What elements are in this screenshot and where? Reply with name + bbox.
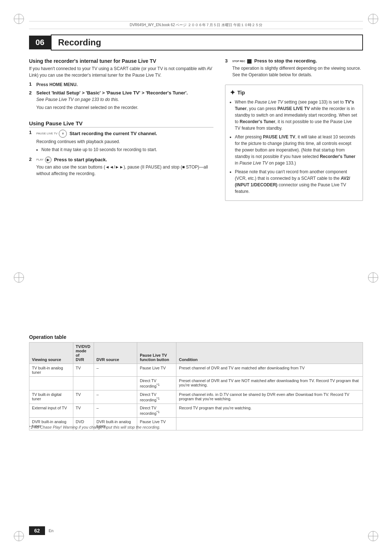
reg-mark-br xyxy=(368,531,378,541)
cell-viewing-source: TV built-in digital tuner xyxy=(29,390,73,404)
tip-item-3: Please note that you can't record from a… xyxy=(235,169,358,195)
file-info: DVR645H_WY_EN.book 62 ページ ２００６年７月５日 水曜日 … xyxy=(29,21,363,29)
table-row: External input of TV TV – Direct TV reco… xyxy=(29,404,363,418)
cell-condition xyxy=(176,417,363,430)
section1-body: If you haven't connected to your TV usin… xyxy=(29,65,213,78)
page-number: 62 xyxy=(29,526,45,535)
pause-step1-number: 1 xyxy=(29,130,34,135)
cell-tv-dvd xyxy=(73,377,94,390)
tip-item-2: After pressing PAUSE LIVE TV, it will ta… xyxy=(235,134,358,166)
cell-tv-dvd: TV xyxy=(73,404,94,418)
section-pause-live-tv: Using Pause Live TV 1 PAUSE LIVE TV ⏸ St… xyxy=(29,117,213,179)
step2-body2: You can record the channel selected on t… xyxy=(36,104,213,111)
section-internal-tuner: Using the recorder's internal tuner for … xyxy=(29,58,213,113)
step1: 1 Press HOME MENU. xyxy=(29,81,213,88)
cell-tv-dvd: TV xyxy=(73,390,94,404)
step3-heading: Press to stop the recording. xyxy=(254,58,317,64)
col-tv-dvd: TV/DVDmode ofDVR xyxy=(73,343,94,364)
cell-pause-live: Direct TV recording*1 xyxy=(137,390,176,404)
step2-number: 2 xyxy=(29,90,34,96)
col-viewing-source: Viewing source xyxy=(29,343,73,364)
step2: 2 Select 'Initial Setup' > 'Basic' > 'Pa… xyxy=(29,90,213,111)
table-row: TV built-in digital tuner TV – Direct TV… xyxy=(29,390,363,404)
cell-pause-live: Direct TV recording*1 xyxy=(137,377,176,390)
stop-icon xyxy=(247,59,252,64)
left-column: Using the recorder's internal tuner for … xyxy=(29,58,213,511)
operation-table: Viewing source TV/DVDmode ofDVR DVR sour… xyxy=(29,342,363,430)
footnote: *1 No Chase Play! Warning if you change … xyxy=(29,425,160,429)
pause-step2-number: 2 xyxy=(29,157,34,162)
pause-step1-bullet: Note that it may take up to 10 seconds f… xyxy=(41,146,213,153)
step3-number: 3 xyxy=(225,58,230,64)
stop-rec-label: STOP REC xyxy=(232,60,245,62)
cell-condition: Preset channel of DVR and TV are NOT mat… xyxy=(176,377,363,390)
pause-live-tv-icon: ⏸ xyxy=(59,130,67,138)
step2-body1: See Pause Live TV on page 133 to do this… xyxy=(36,96,213,103)
col-condition: Condition xyxy=(176,343,363,364)
content-area: Using the recorder's internal tuner for … xyxy=(29,58,363,511)
pause-step2-heading: Press to start playback. xyxy=(54,157,107,162)
cell-pause-live: Pause Live TV xyxy=(137,364,176,377)
cell-dvr-source: – xyxy=(94,364,137,377)
pause-step1-heading: Start recording the current TV channel. xyxy=(69,131,157,136)
table-row: Direct TV recording*1 Preset channel of … xyxy=(29,377,363,390)
cell-viewing-source: External input of TV xyxy=(29,404,73,418)
cell-dvr-source: – xyxy=(94,390,137,404)
step3-body: The operation is slightly different depe… xyxy=(232,65,363,78)
chapter-number: 06 xyxy=(29,36,51,49)
play-label: PLAY xyxy=(36,158,44,161)
pause-step1-body: Recording continues with playback paused… xyxy=(36,138,213,145)
reg-mark-bl xyxy=(14,531,24,541)
step2-heading: Select 'Initial Setup' > 'Basic' > 'Paus… xyxy=(36,90,213,96)
step1-text: Press HOME MENU. xyxy=(36,82,78,87)
page-footer: 62 En xyxy=(29,526,363,535)
tip-icon: ✦ xyxy=(230,89,235,97)
cell-pause-live: Direct TV recording*1 xyxy=(137,404,176,418)
pause-step2: 2 PLAY ▶ Press to start playback. You ca… xyxy=(29,157,213,177)
operation-table-heading: Operation table xyxy=(29,334,363,340)
chapter-header: 06 Recording xyxy=(29,35,363,50)
tip-box: ✦ Tip When the Pause Live TV setting (se… xyxy=(225,85,363,201)
reg-mark-tl xyxy=(14,14,24,24)
col-dvr-source: DVR source xyxy=(94,343,137,364)
step1-number: 1 xyxy=(29,81,34,87)
cell-tv-dvd: TV xyxy=(73,364,94,377)
pause-step2-body: You can also use the scan buttons (◄◄/►►… xyxy=(36,164,213,177)
tip-item-1: When the Pause Live TV setting (see page… xyxy=(235,99,358,131)
table-row: TV built-in analog tuner TV – Pause Live… xyxy=(29,364,363,377)
chapter-title: Recording xyxy=(51,35,363,50)
reg-mark-mr xyxy=(368,272,378,283)
cell-dvr-source xyxy=(94,377,137,390)
cell-viewing-source xyxy=(29,377,73,390)
pause-step1: 1 PAUSE LIVE TV ⏸ Start recording the cu… xyxy=(29,130,213,154)
using-pause-heading: Using Pause Live TV xyxy=(29,120,213,127)
pause-live-tv-label: PAUSE LIVE TV xyxy=(36,132,57,135)
cell-condition: Record TV program that you're watching. xyxy=(176,404,363,418)
cell-dvr-source: – xyxy=(94,404,137,418)
right-column: 3 STOP REC Press to stop the recording. … xyxy=(225,58,363,511)
lang-label: En xyxy=(49,528,53,533)
reg-mark-tr xyxy=(368,14,378,24)
cell-condition: Preset channel of DVR and TV are matched… xyxy=(176,364,363,377)
tip-heading: ✦ Tip xyxy=(230,89,358,97)
play-icon: ▶ xyxy=(45,157,52,163)
section1-heading: Using the recorder's internal tuner for … xyxy=(29,58,213,64)
col-pause-live: Pause Live TVfunction button xyxy=(137,343,176,364)
tip-list: When the Pause Live TV setting (see page… xyxy=(235,99,358,195)
cell-condition: Preset channel info. in D.TV cannot be s… xyxy=(176,390,363,404)
step3-section: 3 STOP REC Press to stop the recording. … xyxy=(225,58,363,80)
table-section: Operation table Viewing source TV/DVDmod… xyxy=(29,334,363,430)
cell-viewing-source: TV built-in analog tuner xyxy=(29,364,73,377)
reg-mark-ml xyxy=(14,272,24,283)
